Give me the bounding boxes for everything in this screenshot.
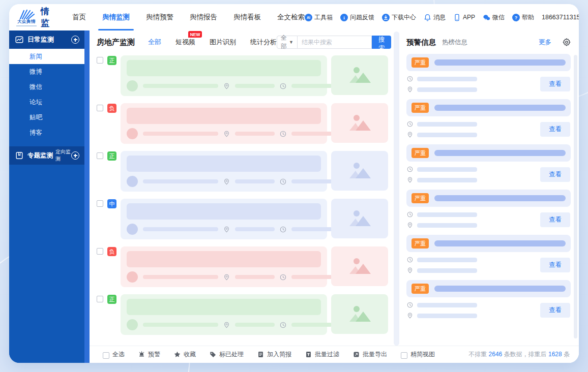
sentiment-badge: 中 xyxy=(107,199,116,208)
tab-全部[interactable]: 全部 xyxy=(148,38,161,47)
sidebar-section-topic[interactable]: 专题监测 定向监测 xyxy=(9,146,84,165)
article-card[interactable] xyxy=(121,199,327,239)
view-button[interactable]: 查看 xyxy=(540,303,570,318)
nav-item-首页[interactable]: 首页 xyxy=(72,4,86,30)
view-button[interactable]: 查看 xyxy=(540,212,570,227)
nav-item-舆情监测[interactable]: 舆情监测 xyxy=(102,4,130,30)
alert-title-row[interactable]: 严重 xyxy=(406,99,571,116)
account-phone[interactable]: 18663711315 ▼ xyxy=(542,14,579,21)
alert-card: 严重 查看 xyxy=(406,235,571,273)
main-nav: 首页舆情监测舆情预警舆情报告舆情看板全文检索 xyxy=(72,4,305,30)
article-card[interactable] xyxy=(121,151,327,192)
utility-phone[interactable]: APP xyxy=(453,14,475,21)
action-label: 标已处理 xyxy=(219,350,244,359)
article-card[interactable] xyxy=(121,294,327,335)
action-预警[interactable]: 预警 xyxy=(138,350,160,359)
tab-短视频[interactable]: 短视频NEW xyxy=(175,38,195,47)
sentiment-badge: 正 xyxy=(107,56,116,65)
utility-toolbox[interactable]: AI工具箱 xyxy=(305,13,333,22)
severity-badge: 严重 xyxy=(411,193,429,203)
location-skeleton xyxy=(235,132,275,136)
page-background: 大众舆情 海晏舆情监测系统 首页舆情监测舆情预警舆情报告舆情看板全文检索 AI工… xyxy=(0,0,588,372)
line-chart-icon xyxy=(15,36,23,44)
action-全选[interactable]: 全选 xyxy=(103,350,125,359)
severity-badge: 严重 xyxy=(411,103,429,113)
checkbox[interactable] xyxy=(103,352,109,359)
list-item: 正 xyxy=(97,55,388,96)
item-checkbox[interactable] xyxy=(97,57,103,64)
search-scope-select[interactable]: 全部 ▼ xyxy=(277,36,298,49)
sentiment-badge: 正 xyxy=(107,151,116,161)
action-收藏[interactable]: 收藏 xyxy=(174,350,196,359)
item-checkbox[interactable] xyxy=(97,105,103,111)
item-checkbox[interactable] xyxy=(97,248,103,255)
add-topic-monitor-button[interactable] xyxy=(71,151,79,160)
sidebar-item-新闻[interactable]: 新闻 xyxy=(9,49,84,64)
sidebar-item-微信[interactable]: 微信 xyxy=(9,79,84,95)
article-card[interactable] xyxy=(121,246,327,287)
alert-title-row[interactable]: 严重 xyxy=(406,54,571,71)
sidebar-item-贴吧[interactable]: 贴吧 xyxy=(9,110,84,125)
nav-item-舆情看板[interactable]: 舆情看板 xyxy=(233,4,261,30)
alerts-panel: 预警信息 热榜信息 更多 严重 xyxy=(400,30,579,346)
action-标已处理[interactable]: 标已处理 xyxy=(210,350,244,359)
checkbox[interactable] xyxy=(401,352,407,359)
view-button[interactable]: 查看 xyxy=(540,258,570,272)
sidebar-item-微博[interactable]: 微博 xyxy=(9,64,84,79)
view-button[interactable]: 查看 xyxy=(540,122,570,137)
search-input[interactable] xyxy=(298,36,372,49)
alert-body: 查看 xyxy=(406,257,571,273)
alert-meta xyxy=(407,302,477,319)
article-meta xyxy=(127,319,321,330)
alert-title-row[interactable]: 严重 xyxy=(406,280,571,297)
view-button[interactable]: 查看 xyxy=(540,77,570,91)
sidebar-item-博客[interactable]: 博客 xyxy=(9,125,84,140)
location-icon xyxy=(223,274,230,281)
item-checkbox[interactable] xyxy=(97,296,103,302)
action-加入简报[interactable]: 加入简报 xyxy=(257,350,291,359)
alerts-title: 预警信息 xyxy=(406,38,436,47)
sentiment-badge: 负 xyxy=(107,247,116,256)
utility-download[interactable]: 下载中心 xyxy=(382,13,416,22)
action-精简视图[interactable]: 精简视图 xyxy=(401,350,435,359)
alert-title-row[interactable]: 严重 xyxy=(406,190,571,207)
utility-info[interactable]: i问题反馈 xyxy=(340,13,374,22)
avatar xyxy=(127,319,138,330)
action-批量导出[interactable]: 批量导出 xyxy=(353,350,387,359)
alert-list: 严重 查看 严重 xyxy=(406,54,571,346)
search-button[interactable]: 搜索 xyxy=(372,36,392,49)
image-placeholder xyxy=(331,294,388,334)
utility-help[interactable]: ?帮助 xyxy=(512,13,534,22)
article-card[interactable] xyxy=(121,55,327,96)
sidebar-section-daily[interactable]: 日常监测 xyxy=(9,30,84,49)
add-daily-monitor-button[interactable] xyxy=(71,36,79,44)
tab-图片识别[interactable]: 图片识别 xyxy=(210,38,236,47)
more-link[interactable]: 更多 xyxy=(539,38,551,47)
utility-bell[interactable]: 消息 xyxy=(424,13,446,22)
action-label: 精简视图 xyxy=(410,350,435,359)
utility-wechat[interactable]: 微信 xyxy=(483,13,505,22)
alert-title-row[interactable]: 严重 xyxy=(406,235,571,252)
nav-item-舆情预警[interactable]: 舆情预警 xyxy=(146,4,173,30)
sidebar-item-论坛[interactable]: 论坛 xyxy=(9,95,84,110)
tab-统计分析[interactable]: 统计分析 xyxy=(250,38,277,47)
item-checkbox[interactable] xyxy=(97,152,103,159)
article-card[interactable] xyxy=(121,103,327,144)
time-icon xyxy=(280,83,286,89)
scrollbar[interactable] xyxy=(574,55,577,338)
nav-item-全文检索[interactable]: 全文检索 xyxy=(277,4,305,30)
gear-icon[interactable] xyxy=(563,38,571,46)
time-icon xyxy=(280,274,286,281)
view-button[interactable]: 查看 xyxy=(540,167,570,182)
action-批量过滤[interactable]: 批量过滤 xyxy=(305,350,339,359)
nav-item-舆情报告[interactable]: 舆情报告 xyxy=(190,4,217,30)
logo-text: 大众舆情 xyxy=(17,19,36,25)
action-label: 加入简报 xyxy=(267,350,291,359)
alert-title-row[interactable]: 严重 xyxy=(406,144,571,162)
time-icon xyxy=(407,211,413,218)
item-checkbox[interactable] xyxy=(97,200,103,207)
tab-hotlist[interactable]: 热榜信息 xyxy=(442,38,467,47)
utility-label: 问题反馈 xyxy=(350,13,374,22)
list-item: 负 xyxy=(97,246,388,287)
topic-sub-label: 定向监测 xyxy=(55,148,71,163)
